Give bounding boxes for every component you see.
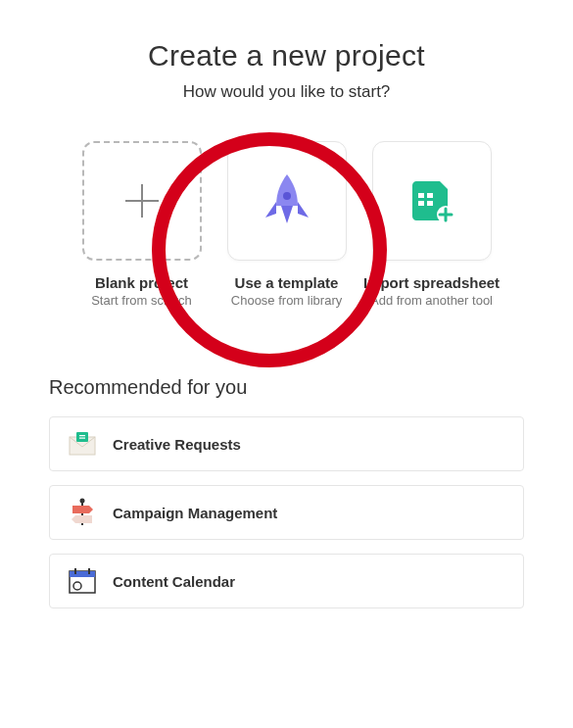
svg-rect-7 — [76, 432, 88, 442]
svg-rect-1 — [418, 193, 424, 198]
recommended-heading: Recommended for you — [49, 376, 524, 399]
card-title: Import spreadsheet — [363, 274, 500, 291]
recommended-item-label: Content Calendar — [113, 573, 235, 590]
calendar-icon — [68, 566, 97, 596]
project-start-options: Blank project Start from scratch Use a t… — [49, 141, 524, 308]
card-use-template[interactable]: Use a template Choose from library — [223, 141, 351, 308]
card-blank-project[interactable]: Blank project Start from scratch — [78, 141, 206, 308]
svg-rect-8 — [79, 435, 85, 436]
card-desc: Add from another tool — [370, 293, 493, 308]
page-title: Create a new project — [49, 39, 524, 73]
svg-rect-13 — [70, 571, 95, 577]
recommended-item-campaign-management[interactable]: Campaign Management — [49, 485, 524, 540]
card-import-spreadsheet[interactable]: Import spreadsheet Add from another tool — [368, 141, 496, 308]
signpost-icon — [68, 498, 97, 527]
page-subtitle: How would you like to start? — [49, 82, 524, 102]
recommended-list: Creative Requests Campaign Management — [49, 416, 524, 608]
svg-point-11 — [80, 499, 85, 504]
rocket-icon — [262, 172, 312, 229]
card-desc: Choose from library — [231, 293, 342, 308]
svg-rect-3 — [418, 201, 424, 206]
card-desc: Start from scratch — [91, 293, 192, 308]
recommended-item-content-calendar[interactable]: Content Calendar — [49, 554, 524, 608]
recommended-item-label: Creative Requests — [113, 436, 241, 453]
recommended-item-creative-requests[interactable]: Creative Requests — [49, 416, 524, 471]
svg-point-0 — [283, 192, 291, 200]
envelope-icon — [68, 429, 97, 459]
card-title: Use a template — [235, 274, 339, 291]
svg-rect-2 — [427, 193, 433, 198]
template-icon-box — [227, 141, 347, 261]
spreadsheet-icon-box — [372, 141, 492, 261]
blank-project-icon-box — [82, 141, 202, 261]
card-title: Blank project — [95, 274, 188, 291]
svg-rect-4 — [427, 201, 433, 206]
recommended-item-label: Campaign Management — [113, 505, 277, 521]
spreadsheet-plus-icon — [408, 177, 455, 224]
plus-icon — [125, 184, 159, 218]
svg-rect-9 — [79, 438, 85, 439]
